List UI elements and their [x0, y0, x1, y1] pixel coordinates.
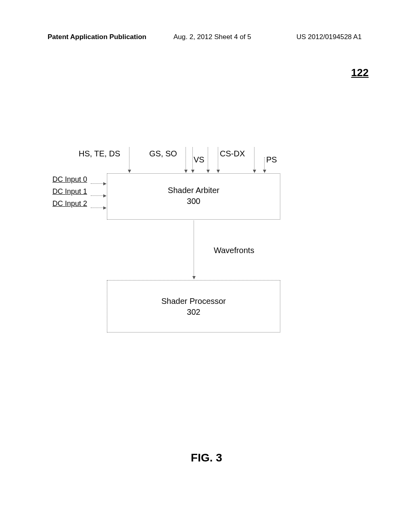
input-label-vs: VS — [194, 155, 204, 164]
dc-input-0-label: DC Input 0 — [52, 175, 87, 184]
arrow-dc-input-2 — [91, 208, 106, 208]
arrow-hs-te-ds — [129, 147, 129, 172]
input-label-ps: PS — [266, 155, 277, 164]
header-date-sheet: Aug. 2, 2012 Sheet 4 of 5 — [173, 33, 251, 41]
shader-processor-box: Shader Processor 302 — [107, 280, 280, 332]
wavefronts-label: Wavefronts — [214, 246, 254, 255]
shader-processor-title: Shader Processor — [107, 297, 280, 306]
arrow-cs-dx-right — [254, 147, 254, 172]
arrow-vs-right — [208, 147, 208, 172]
arrow-wavefronts — [194, 220, 194, 279]
dc-input-2-label: DC Input 2 — [52, 200, 87, 208]
shader-arbiter-box: Shader Arbiter 300 — [107, 173, 280, 220]
arrow-cs-dx-left — [218, 147, 218, 172]
input-label-hs-te-ds: HS, TE, DS — [79, 149, 120, 158]
shader-arbiter-title: Shader Arbiter — [107, 186, 280, 195]
shader-processor-number: 302 — [107, 308, 280, 317]
arrow-ps — [264, 157, 265, 172]
arrow-gs-so — [186, 147, 186, 172]
input-label-gs-so: GS, SO — [149, 149, 177, 158]
arrow-vs-left — [192, 147, 193, 172]
header-publication: Patent Application Publication — [48, 33, 146, 41]
dc-input-1-label: DC Input 1 — [52, 187, 87, 196]
header-patent-number: US 2012/0194528 A1 — [296, 33, 362, 41]
input-label-cs-dx: CS-DX — [220, 149, 245, 158]
arrow-dc-input-0 — [91, 183, 106, 184]
figure-label: FIG. 3 — [0, 451, 413, 464]
shader-arbiter-number: 300 — [107, 197, 280, 206]
reference-number: 122 — [351, 66, 369, 79]
arrow-dc-input-1 — [91, 195, 106, 196]
